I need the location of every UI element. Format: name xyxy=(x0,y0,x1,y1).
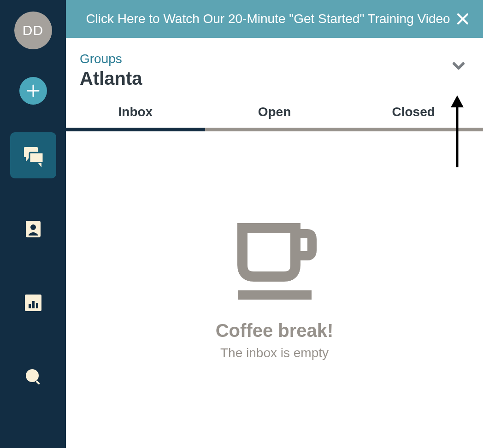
training-banner[interactable]: Click Here to Watch Our 20-Minute "Get S… xyxy=(66,0,483,38)
svg-rect-5 xyxy=(29,304,31,308)
banner-text: Click Here to Watch Our 20-Minute "Get S… xyxy=(80,12,456,26)
avatar-initials: DD xyxy=(23,23,43,38)
group-dropdown-toggle[interactable] xyxy=(453,62,465,72)
tab-label: Open xyxy=(258,105,291,119)
tab-label: Closed xyxy=(392,105,435,119)
chat-icon xyxy=(20,142,46,168)
main-panel: Click Here to Watch Our 20-Minute "Get S… xyxy=(66,0,483,448)
empty-state-subtitle: The inbox is empty xyxy=(220,346,329,360)
tab-open[interactable]: Open xyxy=(205,98,344,128)
tab-closed[interactable]: Closed xyxy=(344,98,483,128)
nav-contacts[interactable] xyxy=(10,206,56,252)
svg-point-3 xyxy=(30,224,36,230)
svg-rect-1 xyxy=(29,153,43,163)
svg-rect-10 xyxy=(238,290,312,300)
nav-analytics[interactable] xyxy=(10,280,56,326)
contact-card-icon xyxy=(23,219,43,239)
svg-rect-9 xyxy=(35,380,40,385)
coffee-cup-icon xyxy=(231,219,318,302)
search-icon xyxy=(23,366,43,387)
page-title: Atlanta xyxy=(80,68,469,89)
breadcrumb[interactable]: Groups xyxy=(80,52,469,66)
close-icon xyxy=(456,12,469,25)
plus-icon xyxy=(26,84,40,98)
chevron-down-icon xyxy=(453,62,465,70)
svg-rect-6 xyxy=(32,301,35,308)
tab-label: Inbox xyxy=(118,105,153,119)
empty-state-title: Coffee break! xyxy=(216,320,334,341)
nav-messages[interactable] xyxy=(10,132,56,178)
sidebar: DD xyxy=(0,0,66,448)
avatar[interactable]: DD xyxy=(14,12,52,49)
nav-search[interactable] xyxy=(10,354,56,400)
banner-close-button[interactable] xyxy=(456,12,469,25)
svg-point-8 xyxy=(26,369,39,382)
empty-state: Coffee break! The inbox is empty xyxy=(66,131,483,448)
bar-chart-icon xyxy=(23,293,43,313)
inbox-tabs: Inbox Open Closed xyxy=(66,98,483,131)
group-header: Groups Atlanta xyxy=(66,38,483,98)
svg-rect-7 xyxy=(36,303,38,308)
tab-inbox[interactable]: Inbox xyxy=(66,98,205,128)
add-button[interactable] xyxy=(19,77,47,105)
